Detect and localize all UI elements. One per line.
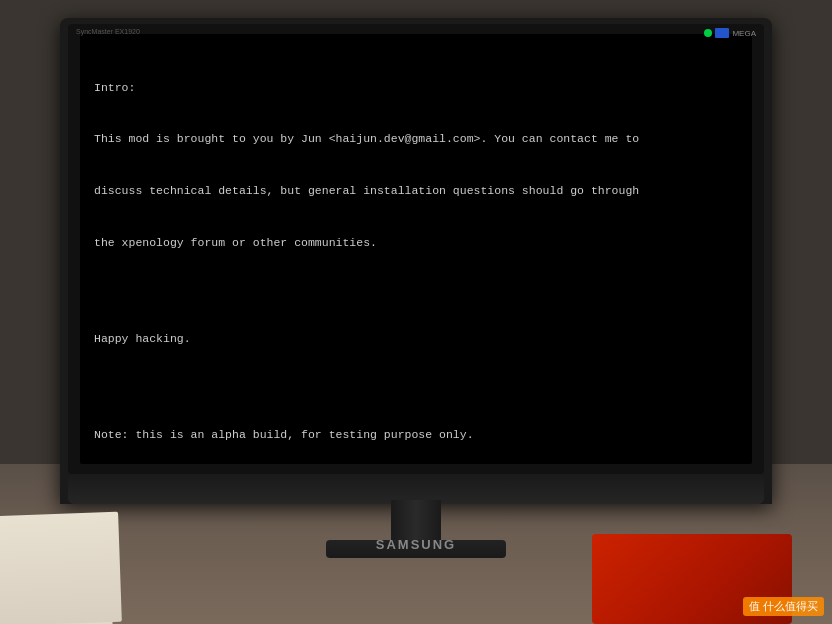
osd-blue-button — [715, 28, 729, 38]
monitor-brand-label: SAMSUNG — [376, 537, 456, 552]
monitor-model-label: SyncMaster EX1920 — [76, 28, 140, 35]
monitor-screen: Intro: This mod is brought to you by Jun… — [80, 34, 752, 464]
osd-power-indicator — [704, 29, 712, 37]
terminal-line-2: discuss technical details, but general i… — [94, 182, 738, 199]
monitor-outer: MEGA SyncMaster EX1920 LED Intro: This m… — [60, 18, 772, 504]
terminal-line-1: This mod is brought to you by Jun <haiju… — [94, 130, 738, 147]
terminal-output: Intro: This mod is brought to you by Jun… — [94, 44, 738, 464]
watermark: 值 什么值得买 — [743, 597, 824, 616]
osd-mega-label: MEGA — [732, 29, 756, 38]
watermark-text: 什么值得买 — [763, 599, 818, 614]
terminal-line-0: Intro: — [94, 79, 738, 96]
terminal-spacer-2 — [94, 382, 738, 392]
monitor-bezel: Intro: This mod is brought to you by Jun… — [68, 24, 764, 474]
terminal-spacer-1 — [94, 286, 738, 296]
terminal-line-4: Happy hacking. — [94, 330, 738, 347]
terminal-line-5: Note: this is an alpha build, for testin… — [94, 426, 738, 443]
terminal-line-3: the xpenology forum or other communities… — [94, 234, 738, 251]
watermark-icon: 值 — [749, 599, 760, 614]
osd-indicators: MEGA — [704, 28, 756, 38]
scene: MEGA SyncMaster EX1920 LED Intro: This m… — [0, 0, 832, 624]
